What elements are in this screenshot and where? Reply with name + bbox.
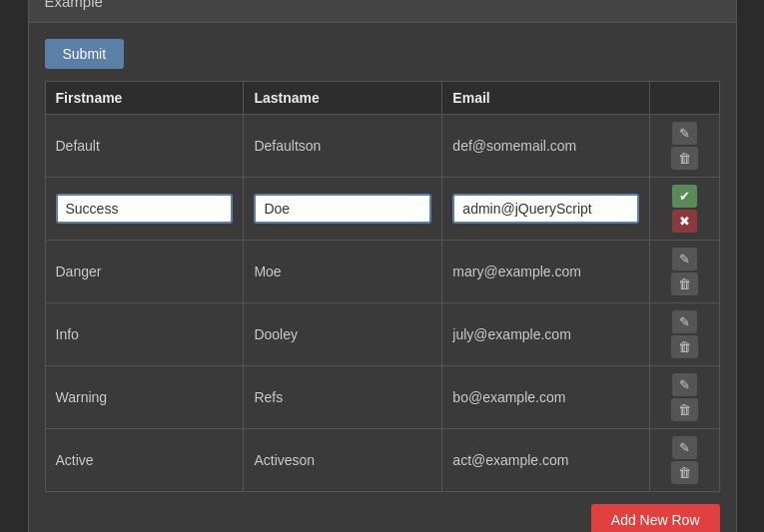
delete-row-button[interactable]: 🗑 xyxy=(671,398,698,421)
col-header-lastname: Lastname xyxy=(244,81,442,114)
cell-lastname: Refs xyxy=(244,365,442,428)
panel-header: Example xyxy=(29,0,736,23)
cell-lastname: Activeson xyxy=(244,428,442,491)
delete-row-button[interactable]: 🗑 xyxy=(671,147,698,170)
table-row: InfoDooleyjuly@example.com✎🗑 xyxy=(45,302,719,365)
cell-email: july@example.com xyxy=(442,302,649,365)
cell-firstname: Danger xyxy=(45,240,244,302)
delete-row-button[interactable]: 🗑 xyxy=(671,335,698,358)
cell-firstname: Default xyxy=(45,114,244,177)
cell-firstname: Active xyxy=(45,428,244,491)
table-row: DefaultDefaultsondef@somemail.com✎🗑 xyxy=(45,114,719,177)
panel-title: Example xyxy=(45,0,103,10)
edit-input-lastname[interactable] xyxy=(254,194,431,224)
edit-input-firstname[interactable] xyxy=(56,194,234,224)
cell-lastname: Dooley xyxy=(244,302,442,365)
confirm-edit-button[interactable]: ✔ xyxy=(672,185,697,208)
submit-button[interactable]: Submit xyxy=(45,39,125,69)
table-row: WarningRefsbo@example.com✎🗑 xyxy=(45,365,719,428)
data-table: Firstname Lastname Email DefaultDefaults… xyxy=(45,81,720,492)
footer: Add New Row xyxy=(45,492,720,533)
add-new-row-button[interactable]: Add New Row xyxy=(591,504,720,533)
cell-email: bo@example.com xyxy=(442,365,649,428)
edit-row-button[interactable]: ✎ xyxy=(672,310,697,333)
col-header-email: Email xyxy=(442,81,649,114)
delete-row-button[interactable]: 🗑 xyxy=(671,272,698,295)
edit-row-button[interactable]: ✎ xyxy=(672,248,697,270)
cell-firstname: Info xyxy=(45,302,244,365)
cell-email: def@somemail.com xyxy=(442,114,649,177)
cell-firstname: Warning xyxy=(45,365,244,428)
edit-row-button[interactable]: ✎ xyxy=(672,373,697,396)
col-header-actions xyxy=(649,81,719,114)
table-row: ✔✖ xyxy=(45,177,719,240)
edit-row-button[interactable]: ✎ xyxy=(672,436,697,459)
cell-lastname: Defaultson xyxy=(244,114,442,177)
cancel-edit-button[interactable]: ✖ xyxy=(672,210,697,233)
table-row: ActiveActivesonact@example.com✎🗑 xyxy=(45,428,719,491)
delete-row-button[interactable]: 🗑 xyxy=(671,461,698,484)
edit-input-email[interactable] xyxy=(452,194,638,224)
table-row: DangerMoemary@example.com✎🗑 xyxy=(45,240,719,302)
panel-body: Submit Firstname Lastname Email DefaultD… xyxy=(29,23,736,533)
cell-email: act@example.com xyxy=(442,428,649,491)
col-header-firstname: Firstname xyxy=(45,81,244,114)
cell-lastname: Moe xyxy=(244,240,442,302)
edit-row-button[interactable]: ✎ xyxy=(672,122,697,145)
cell-email: mary@example.com xyxy=(442,240,649,302)
main-panel: Example Submit Firstname Lastname Email … xyxy=(28,0,737,532)
